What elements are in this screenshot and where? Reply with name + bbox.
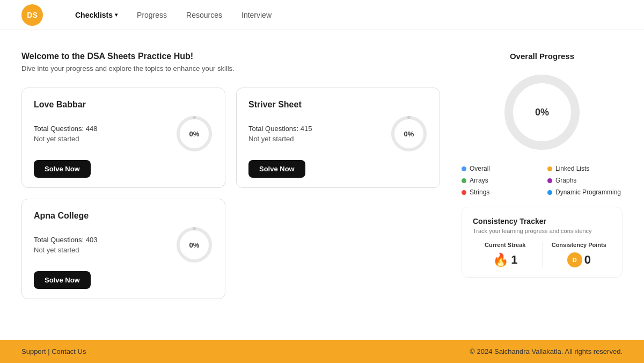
streak-number: 1	[511, 253, 517, 267]
card-title-love-babbar: Love Babbar	[34, 100, 213, 110]
points-number: 0	[584, 253, 591, 267]
right-panel: Overall Progress 0% Overall Linked Lists…	[462, 52, 623, 329]
points-label: Consistency Points	[547, 242, 612, 248]
solve-now-button-love-babbar[interactable]: Solve Now	[34, 160, 91, 178]
legend-item-dynamic-programming: Dynamic Programming	[547, 188, 623, 196]
cards-grid: Love Babbar Total Questions: 448 Not yet…	[21, 88, 440, 299]
consistency-tracker-subtitle: Track your learning progress and consist…	[473, 228, 611, 234]
card-apna-college: Apna College Total Questions: 403 Not ye…	[21, 199, 225, 299]
current-streak-stat: Current Streak 🔥 1	[473, 242, 538, 267]
legend-item-overall: Overall	[462, 165, 537, 172]
card-info-apna-college: Total Questions: 403 Not yet started	[34, 236, 98, 254]
footer: Support | Contact Us © 2024 Saichandra V…	[0, 340, 644, 363]
overall-progress-title: Overall Progress	[462, 52, 623, 61]
card-stat-apna-college: Total Questions: 403	[34, 236, 98, 244]
progress-circle-striver-sheet: 0%	[390, 115, 428, 153]
solve-now-button-apna-college[interactable]: Solve Now	[34, 271, 91, 289]
circle-label-love-babbar: 0%	[189, 130, 200, 138]
card-info-striver-sheet: Total Questions: 415 Not yet started	[248, 125, 312, 143]
welcome-subtitle: Dive into your progress and explore the …	[21, 64, 440, 72]
card-body-striver-sheet: Total Questions: 415 Not yet started 0%	[248, 115, 428, 153]
welcome-title: Welcome to the DSA Sheets Practice Hub!	[21, 52, 440, 61]
progress-circle-apna-college: 0%	[175, 226, 213, 264]
progress-legend: Overall Linked Lists Arrays Graphs Strin…	[462, 165, 623, 196]
consistency-stats: Current Streak 🔥 1 Consistency Points D …	[473, 242, 611, 267]
left-panel: Welcome to the DSA Sheets Practice Hub! …	[21, 52, 440, 329]
consistency-tracker-title: Consistency Tracker	[473, 217, 611, 226]
solve-now-button-striver-sheet[interactable]: Solve Now	[248, 160, 305, 178]
card-love-babbar: Love Babbar Total Questions: 448 Not yet…	[21, 88, 225, 188]
chevron-down-icon: ▾	[115, 12, 118, 18]
overall-progress-donut: 0%	[462, 69, 623, 155]
card-body-love-babbar: Total Questions: 448 Not yet started 0%	[34, 115, 213, 153]
progress-circle-love-babbar: 0%	[175, 115, 213, 153]
card-status-love-babbar: Not yet started	[34, 135, 98, 143]
legend-dot-dp	[547, 190, 552, 195]
circle-label-striver-sheet: 0%	[404, 130, 414, 138]
card-title-apna-college: Apna College	[34, 211, 213, 221]
points-value-display: D 0	[547, 252, 612, 267]
legend-item-graphs: Graphs	[547, 177, 623, 184]
card-status-apna-college: Not yet started	[34, 246, 98, 254]
card-info-love-babbar: Total Questions: 448 Not yet started	[34, 125, 98, 143]
legend-item-linked-lists: Linked Lists	[547, 165, 623, 172]
card-striver-sheet: Striver Sheet Total Questions: 415 Not y…	[236, 88, 440, 188]
card-stat-striver-sheet: Total Questions: 415	[248, 125, 312, 133]
contact-link[interactable]: Contact Us	[52, 347, 86, 355]
footer-left: Support | Contact Us	[21, 347, 86, 355]
legend-dot-graphs	[547, 178, 552, 183]
legend-dot-overall	[462, 166, 466, 171]
logo: DS	[21, 4, 43, 26]
support-link[interactable]: Support	[21, 347, 46, 355]
footer-copyright: © 2024 Saichandra Vallakatla. All rights…	[470, 347, 623, 355]
card-title-striver-sheet: Striver Sheet	[248, 100, 428, 110]
card-body-apna-college: Total Questions: 403 Not yet started 0%	[34, 226, 213, 264]
streak-value-display: 🔥 1	[473, 252, 538, 267]
coin-icon: D	[567, 252, 582, 267]
legend-dot-strings	[462, 190, 466, 195]
fire-icon: 🔥	[493, 252, 509, 267]
consistency-tracker-card: Consistency Tracker Track your learning …	[462, 207, 623, 278]
consistency-points-stat: Consistency Points D 0	[547, 242, 612, 267]
nav-progress[interactable]: Progress	[137, 11, 167, 19]
card-status-striver-sheet: Not yet started	[248, 135, 312, 143]
nav-interview[interactable]: Interview	[241, 11, 272, 19]
card-stat-love-babbar: Total Questions: 448	[34, 125, 98, 133]
divider	[542, 242, 543, 267]
circle-label-apna-college: 0%	[189, 241, 200, 249]
legend-item-arrays: Arrays	[462, 177, 537, 184]
main-nav: Checklists ▾ Progress Resources Intervie…	[75, 11, 272, 19]
overall-progress-label: 0%	[535, 107, 549, 118]
legend-dot-arrays	[462, 178, 466, 183]
legend-dot-linked-lists	[547, 166, 552, 171]
nav-resources[interactable]: Resources	[186, 11, 222, 19]
streak-label: Current Streak	[473, 242, 538, 248]
legend-item-strings: Strings	[462, 188, 537, 196]
nav-checklists[interactable]: Checklists ▾	[75, 11, 118, 19]
